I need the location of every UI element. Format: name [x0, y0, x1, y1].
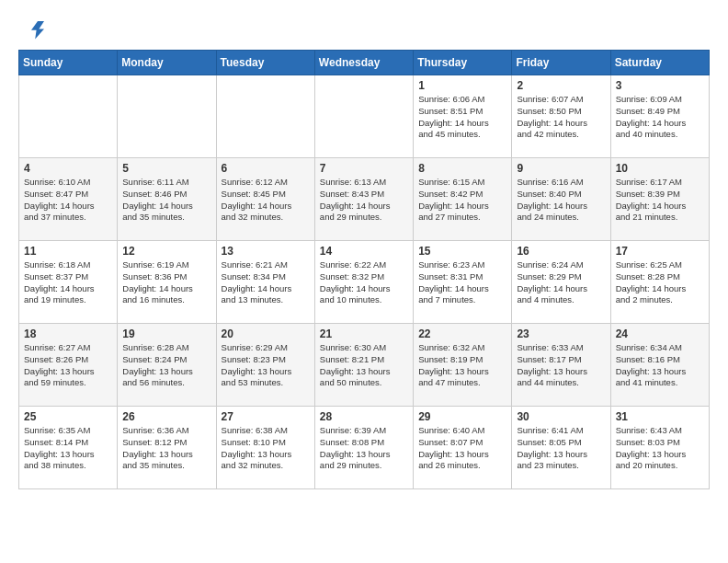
- calendar-cell: 11Sunrise: 6:18 AM Sunset: 8:37 PM Dayli…: [19, 241, 118, 324]
- day-info: Sunrise: 6:40 AM Sunset: 8:07 PM Dayligh…: [418, 425, 506, 472]
- day-number: 8: [418, 162, 506, 175]
- calendar-cell: 17Sunrise: 6:25 AM Sunset: 8:28 PM Dayli…: [610, 241, 709, 324]
- calendar-cell: 13Sunrise: 6:21 AM Sunset: 8:34 PM Dayli…: [216, 241, 314, 324]
- day-number: 30: [517, 410, 605, 423]
- calendar-cell: 1Sunrise: 6:06 AM Sunset: 8:51 PM Daylig…: [414, 75, 512, 158]
- calendar-cell: 24Sunrise: 6:34 AM Sunset: 8:16 PM Dayli…: [610, 324, 709, 407]
- day-info: Sunrise: 6:15 AM Sunset: 8:42 PM Dayligh…: [418, 177, 506, 224]
- day-number: 24: [616, 327, 704, 340]
- day-number: 23: [517, 327, 605, 340]
- weekday-header-sunday: Sunday: [19, 51, 118, 75]
- calendar-header-row: SundayMondayTuesdayWednesdayThursdayFrid…: [19, 51, 710, 75]
- day-info: Sunrise: 6:25 AM Sunset: 8:28 PM Dayligh…: [616, 259, 704, 306]
- day-number: 25: [24, 410, 112, 423]
- day-info: Sunrise: 6:24 AM Sunset: 8:29 PM Dayligh…: [517, 259, 605, 306]
- header: [18, 15, 710, 40]
- calendar-week-row: 4Sunrise: 6:10 AM Sunset: 8:47 PM Daylig…: [19, 158, 710, 241]
- day-number: 10: [616, 162, 704, 175]
- day-number: 17: [616, 245, 704, 258]
- day-number: 7: [320, 162, 408, 175]
- calendar-cell: 10Sunrise: 6:17 AM Sunset: 8:39 PM Dayli…: [610, 158, 709, 241]
- weekday-header-friday: Friday: [512, 51, 610, 75]
- day-info: Sunrise: 6:36 AM Sunset: 8:12 PM Dayligh…: [122, 425, 210, 472]
- day-info: Sunrise: 6:18 AM Sunset: 8:37 PM Dayligh…: [24, 259, 112, 306]
- day-number: 27: [222, 410, 310, 423]
- day-number: 19: [122, 327, 210, 340]
- weekday-header-tuesday: Tuesday: [216, 51, 314, 75]
- svg-marker-0: [31, 21, 44, 40]
- calendar-cell: 6Sunrise: 6:12 AM Sunset: 8:45 PM Daylig…: [216, 158, 314, 241]
- day-number: 15: [418, 245, 506, 258]
- day-number: 22: [418, 327, 506, 340]
- day-number: 5: [122, 162, 210, 175]
- day-info: Sunrise: 6:09 AM Sunset: 8:49 PM Dayligh…: [616, 94, 704, 141]
- calendar-week-row: 25Sunrise: 6:35 AM Sunset: 8:14 PM Dayli…: [19, 407, 710, 489]
- calendar-cell: 9Sunrise: 6:16 AM Sunset: 8:40 PM Daylig…: [512, 158, 610, 241]
- weekday-header-monday: Monday: [118, 51, 216, 75]
- day-number: 21: [320, 327, 408, 340]
- calendar-cell: 5Sunrise: 6:11 AM Sunset: 8:46 PM Daylig…: [118, 158, 216, 241]
- day-number: 28: [320, 410, 408, 423]
- day-info: Sunrise: 6:23 AM Sunset: 8:31 PM Dayligh…: [418, 259, 506, 306]
- calendar-cell: [216, 75, 314, 158]
- calendar-cell: 14Sunrise: 6:22 AM Sunset: 8:32 PM Dayli…: [314, 241, 413, 324]
- day-info: Sunrise: 6:32 AM Sunset: 8:19 PM Dayligh…: [418, 342, 506, 389]
- day-number: 11: [24, 245, 112, 258]
- calendar-cell: 30Sunrise: 6:41 AM Sunset: 8:05 PM Dayli…: [512, 407, 610, 489]
- day-info: Sunrise: 6:07 AM Sunset: 8:50 PM Dayligh…: [517, 94, 605, 141]
- calendar-cell: 16Sunrise: 6:24 AM Sunset: 8:29 PM Dayli…: [512, 241, 610, 324]
- day-info: Sunrise: 6:10 AM Sunset: 8:47 PM Dayligh…: [24, 177, 112, 224]
- day-info: Sunrise: 6:06 AM Sunset: 8:51 PM Dayligh…: [418, 94, 506, 141]
- day-info: Sunrise: 6:27 AM Sunset: 8:26 PM Dayligh…: [24, 342, 112, 389]
- calendar-cell: 20Sunrise: 6:29 AM Sunset: 8:23 PM Dayli…: [216, 324, 314, 407]
- day-info: Sunrise: 6:28 AM Sunset: 8:24 PM Dayligh…: [122, 342, 210, 389]
- logo: [18, 15, 48, 40]
- day-info: Sunrise: 6:35 AM Sunset: 8:14 PM Dayligh…: [24, 425, 112, 472]
- day-number: 14: [320, 245, 408, 258]
- day-number: 1: [418, 79, 506, 92]
- calendar-cell: 3Sunrise: 6:09 AM Sunset: 8:49 PM Daylig…: [610, 75, 709, 158]
- calendar-cell: 15Sunrise: 6:23 AM Sunset: 8:31 PM Dayli…: [414, 241, 512, 324]
- calendar-cell: 31Sunrise: 6:43 AM Sunset: 8:03 PM Dayli…: [610, 407, 709, 489]
- page: SundayMondayTuesdayWednesdayThursdayFrid…: [0, 0, 728, 504]
- calendar-cell: 2Sunrise: 6:07 AM Sunset: 8:50 PM Daylig…: [512, 75, 610, 158]
- day-info: Sunrise: 6:43 AM Sunset: 8:03 PM Dayligh…: [616, 425, 704, 472]
- day-info: Sunrise: 6:16 AM Sunset: 8:40 PM Dayligh…: [517, 177, 605, 224]
- day-number: 9: [517, 162, 605, 175]
- weekday-header-saturday: Saturday: [610, 51, 709, 75]
- day-number: 13: [222, 245, 310, 258]
- day-number: 26: [122, 410, 210, 423]
- day-info: Sunrise: 6:33 AM Sunset: 8:17 PM Dayligh…: [517, 342, 605, 389]
- calendar-cell: 12Sunrise: 6:19 AM Sunset: 8:36 PM Dayli…: [118, 241, 216, 324]
- day-info: Sunrise: 6:17 AM Sunset: 8:39 PM Dayligh…: [616, 177, 704, 224]
- day-number: 3: [616, 79, 704, 92]
- calendar-cell: 28Sunrise: 6:39 AM Sunset: 8:08 PM Dayli…: [314, 407, 413, 489]
- day-info: Sunrise: 6:22 AM Sunset: 8:32 PM Dayligh…: [320, 259, 408, 306]
- day-number: 18: [24, 327, 112, 340]
- day-info: Sunrise: 6:41 AM Sunset: 8:05 PM Dayligh…: [517, 425, 605, 472]
- day-info: Sunrise: 6:12 AM Sunset: 8:45 PM Dayligh…: [222, 177, 310, 224]
- day-info: Sunrise: 6:34 AM Sunset: 8:16 PM Dayligh…: [616, 342, 704, 389]
- day-number: 6: [222, 162, 310, 175]
- calendar-cell: 22Sunrise: 6:32 AM Sunset: 8:19 PM Dayli…: [414, 324, 512, 407]
- day-info: Sunrise: 6:38 AM Sunset: 8:10 PM Dayligh…: [222, 425, 310, 472]
- day-number: 31: [616, 410, 704, 423]
- calendar-cell: 26Sunrise: 6:36 AM Sunset: 8:12 PM Dayli…: [118, 407, 216, 489]
- day-number: 4: [24, 162, 112, 175]
- day-info: Sunrise: 6:29 AM Sunset: 8:23 PM Dayligh…: [222, 342, 310, 389]
- day-number: 16: [517, 245, 605, 258]
- calendar-cell: 27Sunrise: 6:38 AM Sunset: 8:10 PM Dayli…: [216, 407, 314, 489]
- day-info: Sunrise: 6:21 AM Sunset: 8:34 PM Dayligh…: [222, 259, 310, 306]
- calendar-cell: 8Sunrise: 6:15 AM Sunset: 8:42 PM Daylig…: [414, 158, 512, 241]
- calendar-cell: [118, 75, 216, 158]
- day-number: 20: [222, 327, 310, 340]
- day-info: Sunrise: 6:19 AM Sunset: 8:36 PM Dayligh…: [122, 259, 210, 306]
- day-info: Sunrise: 6:30 AM Sunset: 8:21 PM Dayligh…: [320, 342, 408, 389]
- calendar-cell: [19, 75, 118, 158]
- calendar-week-row: 18Sunrise: 6:27 AM Sunset: 8:26 PM Dayli…: [19, 324, 710, 407]
- day-info: Sunrise: 6:11 AM Sunset: 8:46 PM Dayligh…: [122, 177, 210, 224]
- day-number: 29: [418, 410, 506, 423]
- calendar-cell: 29Sunrise: 6:40 AM Sunset: 8:07 PM Dayli…: [414, 407, 512, 489]
- calendar-cell: 23Sunrise: 6:33 AM Sunset: 8:17 PM Dayli…: [512, 324, 610, 407]
- calendar-cell: 19Sunrise: 6:28 AM Sunset: 8:24 PM Dayli…: [118, 324, 216, 407]
